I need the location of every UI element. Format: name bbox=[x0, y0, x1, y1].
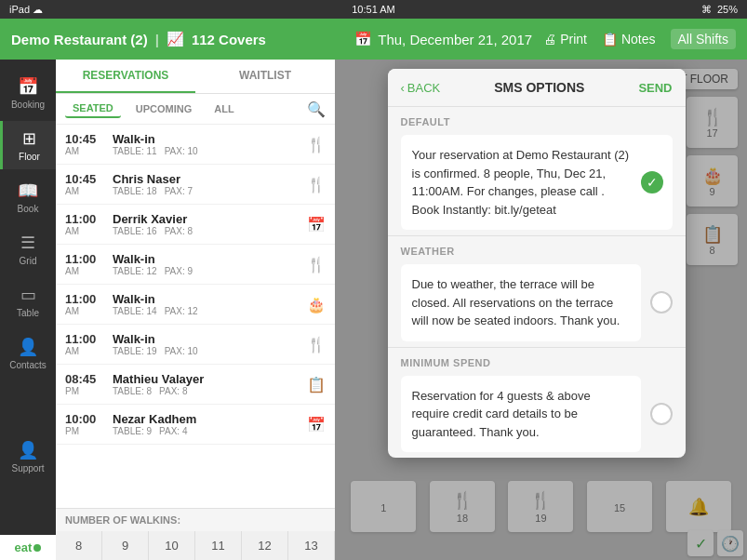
sidebar-label-table: Table bbox=[17, 308, 39, 318]
sms-back-button[interactable]: ‹ BACK bbox=[401, 81, 441, 95]
list-item[interactable]: 11:00 AM Walk-in TABLE: 14PAX: 12 🎂 bbox=[56, 285, 335, 325]
notes-icon: 📋 bbox=[602, 32, 618, 47]
number-13[interactable]: 13 bbox=[288, 531, 335, 560]
sms-title: SMS OPTIONS bbox=[440, 80, 638, 95]
sms-weather-text: Due to weather, the terrace will be clos… bbox=[412, 277, 620, 327]
section-label-weather: WEATHER bbox=[401, 246, 673, 257]
battery-indicator: 25% bbox=[717, 4, 738, 15]
list-item[interactable]: 11:00 AM Derrik Xavier TABLE: 16PAX: 8 📅 bbox=[56, 205, 335, 245]
sidebar-item-contacts[interactable]: 👤 Contacts bbox=[0, 329, 56, 378]
list-item[interactable]: 10:00 PM Nezar Kadhem TABLE: 9PAX: 4 📅 bbox=[56, 405, 335, 445]
list-item[interactable]: 11:00 AM Walk-in TABLE: 19PAX: 10 🍴 bbox=[56, 325, 335, 365]
notes-button[interactable]: 📋 Notes bbox=[602, 32, 656, 47]
filter-seated[interactable]: SEATED bbox=[65, 100, 121, 118]
number-10[interactable]: 10 bbox=[149, 531, 195, 560]
sidebar-item-grid[interactable]: ☰ Grid bbox=[0, 225, 56, 273]
status-bar: iPad ☁ 10:51 AM ⌘ 25% bbox=[0, 0, 747, 19]
chevron-left-icon: ‹ bbox=[401, 81, 405, 95]
cake-icon: 🎂 bbox=[307, 296, 326, 313]
sms-modal: ‹ BACK SMS OPTIONS SEND DEFAULT Your res… bbox=[335, 60, 747, 560]
status-right: ⌘ 25% bbox=[701, 4, 738, 16]
list-item[interactable]: 08:45 PM Mathieu Valayer TABLE: 8PAX: 8 … bbox=[56, 365, 335, 405]
sms-default-text: Your reservation at Demo Restaurant (2) … bbox=[412, 148, 630, 217]
eat-dot bbox=[33, 544, 41, 552]
sms-section-weather: WEATHER Due to weather, the terrace will… bbox=[388, 236, 686, 347]
all-shifts-button[interactable]: All Shifts bbox=[671, 29, 736, 49]
search-button[interactable]: 🔍 bbox=[307, 100, 326, 118]
res-info: Mathieu Valayer TABLE: 8PAX: 8 bbox=[107, 372, 301, 396]
top-bar: Demo Restaurant (2) | 📈 112 Covers 📅 Thu… bbox=[0, 19, 747, 60]
sms-minimum-spend-message[interactable]: Reservation for 4 guests & above require… bbox=[401, 376, 641, 453]
res-time: 10:45 AM bbox=[65, 132, 107, 156]
sidebar-item-table[interactable]: ▭ Table bbox=[0, 277, 56, 326]
res-time: 11:00 AM bbox=[65, 252, 107, 276]
sidebar-item-book[interactable]: 📖 Book bbox=[0, 173, 56, 221]
sidebar-label-booking: Booking bbox=[11, 100, 45, 110]
floor-icon: ⊞ bbox=[22, 128, 36, 149]
fork-icon: 🍴 bbox=[307, 136, 326, 153]
eat-label: eat bbox=[15, 540, 33, 554]
section-label-minimum-spend: MINIMUM SPEND bbox=[401, 357, 673, 368]
sidebar-item-support[interactable]: 👤 Support bbox=[0, 433, 56, 481]
sms-section-minimum-spend: MINIMUM SPEND Reservation for 4 guests &… bbox=[388, 348, 686, 459]
fork-icon: 🍴 bbox=[307, 176, 326, 193]
status-left: iPad ☁ bbox=[9, 4, 43, 16]
res-time: 11:00 AM bbox=[65, 212, 107, 236]
covers-icon: 📈 bbox=[167, 31, 184, 47]
number-row: 8 9 10 11 12 13 bbox=[56, 531, 335, 560]
sidebar-label-floor: Floor bbox=[19, 152, 40, 162]
grid-icon: ☰ bbox=[20, 233, 35, 253]
table-icon: ▭ bbox=[20, 285, 36, 305]
calendar-icon: 📅 bbox=[307, 416, 326, 433]
sms-minimum-spend-radio[interactable] bbox=[650, 403, 673, 425]
number-8[interactable]: 8 bbox=[56, 531, 102, 560]
res-time: 10:45 AM bbox=[65, 172, 107, 196]
sms-weather-row: Due to weather, the terrace will be clos… bbox=[401, 264, 673, 341]
res-info: Walk-in TABLE: 11PAX: 10 bbox=[107, 132, 301, 156]
res-info: Walk-in TABLE: 12PAX: 9 bbox=[107, 252, 301, 276]
print-button[interactable]: 🖨 Print bbox=[543, 32, 587, 47]
reservations-panel: RESERVATIONS WAITLIST SEATED UPCOMING AL… bbox=[56, 60, 335, 560]
sidebar-item-booking[interactable]: 📅 Booking bbox=[0, 69, 56, 117]
list-item[interactable]: 10:45 AM Chris Naser TABLE: 18PAX: 7 🍴 bbox=[56, 165, 335, 205]
sms-panel: ‹ BACK SMS OPTIONS SEND DEFAULT Your res… bbox=[388, 69, 686, 458]
top-bar-right: 🖨 Print 📋 Notes All Shifts bbox=[543, 29, 736, 49]
sms-section-default: DEFAULT Your reservation at Demo Restaur… bbox=[388, 107, 686, 235]
booking-icon: 📅 bbox=[18, 76, 38, 97]
top-bar-left: Demo Restaurant (2) | 📈 112 Covers bbox=[11, 31, 343, 47]
sidebar-label-support: Support bbox=[11, 463, 44, 473]
filter-all[interactable]: ALL bbox=[207, 100, 241, 117]
filter-upcoming[interactable]: UPCOMING bbox=[128, 100, 200, 117]
sidebar-item-floor[interactable]: ⊞ Floor bbox=[0, 121, 56, 169]
book-icon: 📖 bbox=[18, 180, 38, 201]
sms-selected-indicator: ✓ bbox=[641, 171, 663, 193]
list-item[interactable]: 10:45 AM Walk-in TABLE: 11PAX: 10 🍴 bbox=[56, 125, 335, 165]
res-info: Walk-in TABLE: 14PAX: 12 bbox=[107, 292, 301, 316]
res-info: Chris Naser TABLE: 18PAX: 7 bbox=[107, 172, 301, 196]
section-label-default: DEFAULT bbox=[401, 116, 673, 127]
number-12[interactable]: 12 bbox=[242, 531, 288, 560]
restaurant-name: Demo Restaurant (2) bbox=[11, 32, 148, 47]
number-9[interactable]: 9 bbox=[102, 531, 149, 560]
sms-weather-message[interactable]: Due to weather, the terrace will be clos… bbox=[401, 264, 641, 341]
status-time: 10:51 AM bbox=[352, 4, 394, 15]
floor-area: ⚙ EDIT FLOOR 🍴 17 🎂 9 📋 8 bbox=[335, 60, 747, 560]
sidebar-label-grid: Grid bbox=[20, 256, 37, 266]
sidebar-label-book: Book bbox=[18, 204, 39, 214]
floor-background: ⚙ EDIT FLOOR 🍴 17 🎂 9 📋 8 bbox=[335, 60, 747, 560]
eat-logo: eat bbox=[0, 535, 56, 560]
sms-minimum-spend-row: Reservation for 4 guests & above require… bbox=[401, 376, 673, 453]
sms-header: ‹ BACK SMS OPTIONS SEND bbox=[388, 69, 686, 107]
res-info: Derrik Xavier TABLE: 16PAX: 8 bbox=[107, 212, 301, 236]
list-item[interactable]: 11:00 AM Walk-in TABLE: 12PAX: 9 🍴 bbox=[56, 245, 335, 285]
sms-weather-radio[interactable] bbox=[650, 291, 673, 313]
number-11[interactable]: 11 bbox=[195, 531, 242, 560]
res-info: Nezar Kadhem TABLE: 9PAX: 4 bbox=[107, 412, 301, 436]
sms-default-message[interactable]: Your reservation at Demo Restaurant (2) … bbox=[401, 135, 673, 230]
reservations-tabs: RESERVATIONS WAITLIST bbox=[56, 60, 335, 94]
filter-tabs: SEATED UPCOMING ALL 🔍 bbox=[56, 94, 335, 125]
sms-send-button[interactable]: SEND bbox=[638, 81, 672, 95]
tab-reservations[interactable]: RESERVATIONS bbox=[56, 60, 195, 93]
tab-waitlist[interactable]: WAITLIST bbox=[195, 60, 335, 93]
contacts-icon: 👤 bbox=[18, 337, 38, 357]
